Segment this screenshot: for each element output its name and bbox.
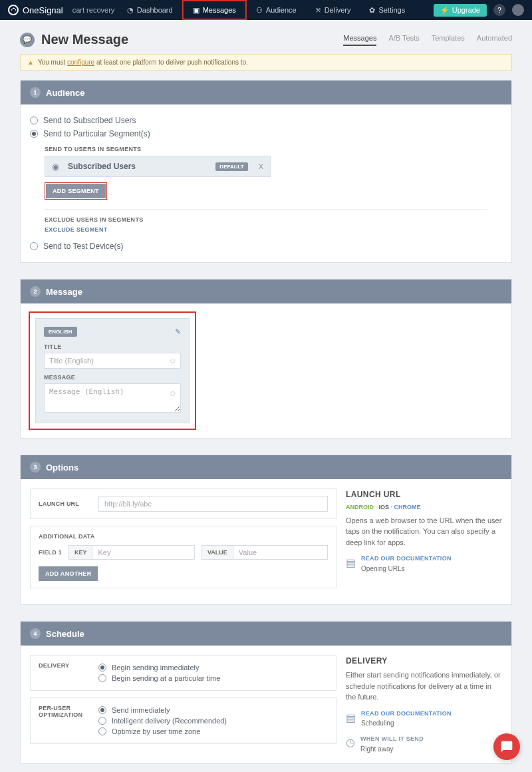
tab-templates[interactable]: Templates	[432, 34, 465, 46]
value-prefix: VALUE	[202, 546, 233, 559]
step-number-2: 2	[30, 286, 41, 297]
when-send-info: ◷ WHEN WILL IT SEND Right away	[346, 735, 502, 754]
nav-right: ⚡Upgrade ?	[434, 4, 524, 17]
radio-particular-segment[interactable]: Send to Particular Segment(s)	[30, 127, 502, 140]
launch-url-input[interactable]	[98, 496, 328, 512]
tab-automated[interactable]: Automated	[477, 34, 512, 46]
include-segments-label: SEND TO USERS IN SEGMENTS	[45, 146, 502, 152]
message-label: MESSAGE	[44, 374, 181, 381]
exclude-segments-label: EXCLUDE USERS IN SEGMENTS	[45, 216, 502, 223]
page-tabs: Messages A/B Tests Templates Automated	[343, 34, 512, 46]
platforms-list: ANDROID · IOS · CHROME	[346, 503, 502, 512]
globe-icon: ◉	[52, 162, 61, 171]
key-prefix: KEY	[69, 546, 93, 559]
section-header-schedule: 4 Schedule	[21, 622, 511, 646]
document-icon: ▤	[346, 710, 356, 726]
add-segment-button[interactable]: ADD SEGMENT	[46, 184, 106, 198]
key-input[interactable]	[92, 546, 194, 559]
add-another-button[interactable]: ADD ANOTHER	[39, 566, 98, 581]
page-header: 💬 New Message Messages A/B Tests Templat…	[20, 28, 512, 54]
section-header-message: 2 Message	[21, 280, 511, 303]
step-number-1: 1	[30, 87, 41, 98]
chat-widget[interactable]	[493, 733, 520, 760]
radio-icon	[30, 130, 38, 138]
avatar[interactable]	[512, 4, 524, 16]
nav-messages[interactable]: ▣Messages	[182, 0, 247, 20]
upgrade-button[interactable]: ⚡Upgrade	[434, 4, 487, 17]
peruser-label: PER-USER OPTIMIZATION	[39, 705, 98, 737]
delivery-description: Either start sending notifications immed…	[346, 670, 502, 703]
radio-test-device[interactable]: Send to Test Device(s)	[30, 240, 502, 253]
launch-url-label: LAUNCH URL	[39, 500, 90, 507]
remove-segment-icon[interactable]: X	[259, 162, 263, 170]
section-message: 2 Message ENGLISH ✎ TITLE ☺ MESSAGE ☺	[20, 279, 512, 439]
additional-data-label: ADDITIONAL DATA	[39, 533, 328, 540]
app-name[interactable]: cart recovery	[72, 6, 115, 14]
gauge-icon: ◔	[127, 6, 134, 15]
additional-data-box: ADDITIONAL DATA FIELD 1 KEY VALUE	[30, 526, 336, 588]
divider	[45, 209, 487, 210]
nav-dashboard[interactable]: ◔Dashboard	[118, 0, 182, 20]
edit-icon[interactable]: ✎	[175, 327, 181, 336]
top-nav: OneSignal cart recovery ◔Dashboard ▣Mess…	[0, 0, 532, 20]
field1-label: FIELD 1	[39, 549, 62, 556]
segment-name: Subscribed Users	[68, 162, 209, 171]
chart-icon: ⤧	[315, 6, 321, 15]
default-badge: DEFAULT	[215, 162, 247, 171]
warning-icon: ▲	[27, 59, 34, 66]
title-label: TITLE	[44, 343, 181, 350]
brand-text: OneSignal	[23, 5, 63, 15]
configure-link[interactable]: configure	[67, 59, 94, 66]
nav-audience[interactable]: ⚇Audience	[247, 0, 306, 20]
segment-chip: ◉ Subscribed Users DEFAULT X	[45, 156, 271, 177]
radio-icon	[98, 674, 106, 682]
language-badge: ENGLISH	[44, 327, 77, 337]
launch-url-description: Opens a web browser to the URL when the …	[346, 515, 502, 548]
section-schedule: 4 Schedule DELIVERY Begin sending immedi…	[20, 621, 512, 764]
title-input[interactable]	[44, 353, 181, 369]
section-header-audience: 1 Audience	[21, 81, 511, 104]
document-icon: ▤	[346, 555, 356, 571]
exclude-segment-link[interactable]: EXCLUDE SEGMENT	[45, 226, 502, 233]
help-icon[interactable]: ?	[493, 4, 505, 16]
nav-delivery[interactable]: ⤧Delivery	[306, 0, 360, 20]
peruser-box: PER-USER OPTIMIZATION Send immediately I…	[30, 697, 336, 744]
warning-banner: ▲ You must configure at least one platfo…	[20, 54, 512, 71]
nav-settings[interactable]: ✿Settings	[360, 0, 414, 20]
emoji-icon[interactable]: ☺	[169, 356, 177, 365]
people-icon: ⚇	[256, 6, 263, 15]
clock-icon: ◷	[346, 735, 355, 751]
message-icon: ▣	[193, 6, 200, 15]
step-number-4: 4	[30, 628, 41, 639]
radio-send-immediately[interactable]: Begin sending immediately	[98, 662, 328, 673]
radio-icon	[98, 717, 106, 725]
radio-subscribed-users[interactable]: Send to Subscribed Users	[30, 114, 502, 127]
section-options: 3 Options LAUNCH URL ADDITIONAL DATA FIE…	[20, 455, 512, 605]
delivery-heading: DELIVERY	[346, 655, 502, 667]
tab-messages[interactable]: Messages	[343, 34, 376, 46]
delivery-label: DELIVERY	[39, 662, 98, 683]
emoji-icon[interactable]: ☺	[169, 389, 177, 398]
radio-user-timezone[interactable]: Optimize by user time zone	[98, 726, 328, 737]
page-title: New Message	[41, 32, 128, 47]
value-input[interactable]	[233, 546, 327, 559]
section-header-options: 3 Options	[21, 455, 511, 479]
radio-icon	[98, 664, 106, 672]
radio-icon	[98, 727, 106, 735]
radio-icon	[98, 706, 106, 714]
radio-intelligent-delivery[interactable]: Intelligent delivery (Recommended)	[98, 715, 328, 726]
radio-peruser-immediately[interactable]: Send immediately	[98, 705, 328, 715]
chat-icon	[500, 740, 513, 753]
launch-url-heading: LAUNCH URL	[346, 488, 502, 500]
doc-link[interactable]: ▤ READ OUR DOCUMENTATION Opening URLs	[346, 554, 502, 574]
tab-abtests[interactable]: A/B Tests	[388, 34, 419, 46]
brand-logo[interactable]: OneSignal	[8, 5, 63, 15]
nav-center: ◔Dashboard ▣Messages ⚇Audience ⤧Delivery…	[118, 0, 414, 20]
message-textarea[interactable]	[44, 383, 181, 413]
doc-link-scheduling[interactable]: ▤ READ OUR DOCUMENTATION Scheduling	[346, 709, 502, 729]
launch-url-box: LAUNCH URL	[30, 488, 336, 519]
step-number-3: 3	[30, 462, 41, 473]
flash-icon: ⚡	[440, 6, 450, 15]
radio-send-particular-time[interactable]: Begin sending at a particular time	[98, 673, 328, 683]
message-circle-icon: 💬	[20, 33, 35, 47]
